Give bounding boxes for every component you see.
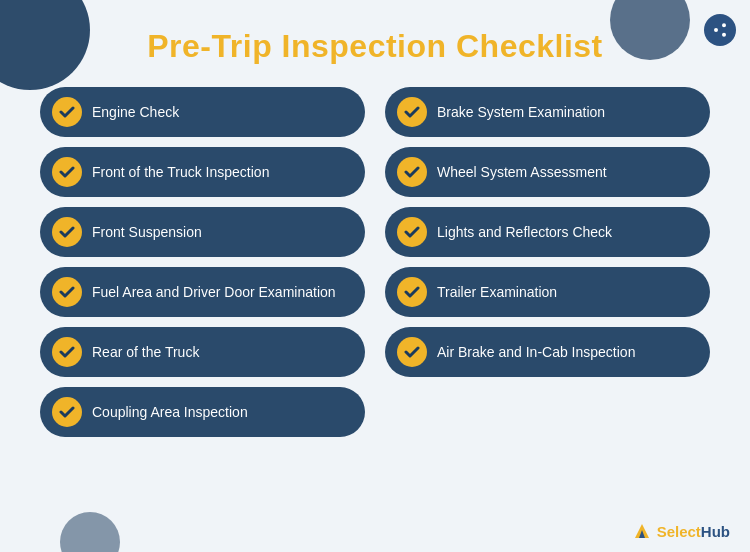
logo-text: SelectHub	[657, 523, 730, 540]
item-label-lights-reflectors: Lights and Reflectors Check	[437, 223, 612, 241]
item-label-wheel-system: Wheel System Assessment	[437, 163, 607, 181]
logo: SelectHub	[631, 520, 730, 542]
checklist-item-rear-truck[interactable]: Rear of the Truck	[40, 327, 365, 377]
logo-select: Select	[657, 523, 701, 540]
checklist-item-brake-system[interactable]: Brake System Examination	[385, 87, 710, 137]
item-label-front-suspension: Front Suspension	[92, 223, 202, 241]
check-icon-front-suspension	[52, 217, 82, 247]
checklist-content: Engine Check Front of the Truck Inspecti…	[0, 87, 750, 437]
checklist-item-fuel-area-driver-door[interactable]: Fuel Area and Driver Door Examination	[40, 267, 365, 317]
item-label-trailer-examination: Trailer Examination	[437, 283, 557, 301]
item-label-coupling-area: Coupling Area Inspection	[92, 403, 248, 421]
logo-hub: Hub	[701, 523, 730, 540]
page-title: Pre-Trip Inspection Checklist	[0, 0, 750, 87]
check-icon-fuel-area-driver-door	[52, 277, 82, 307]
checklist-item-air-brake-incab[interactable]: Air Brake and In-Cab Inspection	[385, 327, 710, 377]
check-icon-air-brake-incab	[397, 337, 427, 367]
share-button[interactable]	[704, 14, 736, 46]
item-label-front-truck-inspection: Front of the Truck Inspection	[92, 163, 269, 181]
check-icon-trailer-examination	[397, 277, 427, 307]
check-icon-brake-system	[397, 97, 427, 127]
check-icon-front-truck-inspection	[52, 157, 82, 187]
item-label-engine-check: Engine Check	[92, 103, 179, 121]
checklist-item-front-suspension[interactable]: Front Suspension	[40, 207, 365, 257]
checklist-item-lights-reflectors[interactable]: Lights and Reflectors Check	[385, 207, 710, 257]
check-icon-engine-check	[52, 97, 82, 127]
check-icon-wheel-system	[397, 157, 427, 187]
item-label-rear-truck: Rear of the Truck	[92, 343, 199, 361]
item-label-air-brake-incab: Air Brake and In-Cab Inspection	[437, 343, 635, 361]
left-column: Engine Check Front of the Truck Inspecti…	[30, 87, 375, 437]
check-icon-lights-reflectors	[397, 217, 427, 247]
checklist-item-trailer-examination[interactable]: Trailer Examination	[385, 267, 710, 317]
item-label-brake-system: Brake System Examination	[437, 103, 605, 121]
item-label-fuel-area-driver-door: Fuel Area and Driver Door Examination	[92, 283, 336, 301]
checklist-item-wheel-system[interactable]: Wheel System Assessment	[385, 147, 710, 197]
checklist-item-coupling-area[interactable]: Coupling Area Inspection	[40, 387, 365, 437]
right-column: Brake System Examination Wheel System As…	[375, 87, 720, 437]
checklist-item-engine-check[interactable]: Engine Check	[40, 87, 365, 137]
check-icon-coupling-area	[52, 397, 82, 427]
bg-decoration-bottom-left	[60, 512, 120, 552]
check-icon-rear-truck	[52, 337, 82, 367]
checklist-item-front-truck-inspection[interactable]: Front of the Truck Inspection	[40, 147, 365, 197]
